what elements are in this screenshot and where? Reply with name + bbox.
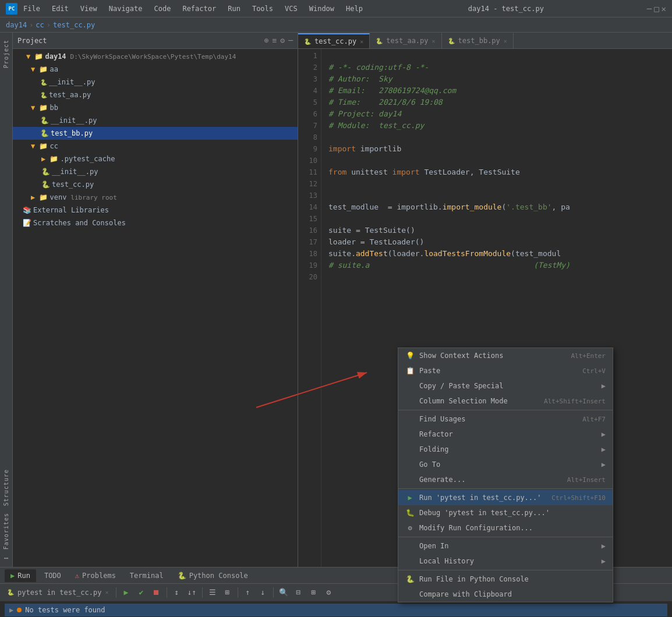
menu-run[interactable]: Run bbox=[225, 3, 243, 14]
close-button[interactable]: ✕ bbox=[662, 4, 666, 13]
ctx-folding[interactable]: Folding ▶ bbox=[398, 442, 613, 457]
menu-window[interactable]: Window bbox=[307, 3, 337, 14]
run-play-button[interactable]: ▶ bbox=[120, 586, 133, 599]
project-sidebar-toggle[interactable]: Project bbox=[2, 37, 10, 70]
menu-edit[interactable]: Edit bbox=[49, 3, 71, 14]
tree-folder-pytest-cache[interactable]: ▶ 📁 .pytest_cache bbox=[13, 153, 298, 165]
ctx-show-context-actions[interactable]: 💡 Show Context Actions Alt+Enter bbox=[398, 348, 613, 363]
tree-file-test-aa[interactable]: 🐍 test_aa.py bbox=[13, 88, 298, 101]
locate-icon[interactable]: ⊕ bbox=[264, 36, 269, 45]
ctx-generate[interactable]: Generate... Alt+Insert bbox=[398, 472, 613, 487]
run-close-icon[interactable]: ✕ bbox=[105, 589, 109, 595]
run-up-button[interactable]: ↑ bbox=[242, 586, 254, 599]
venv-icon: ▶ 📁 bbox=[31, 193, 48, 201]
ctx-find-usages[interactable]: Find Usages Alt+F7 bbox=[398, 412, 613, 427]
favorites-sidebar-toggle[interactable]: Favorites bbox=[2, 510, 10, 552]
tab-close-bb[interactable]: ✕ bbox=[504, 38, 507, 44]
run-collapse-button[interactable]: ⊟ bbox=[292, 586, 305, 599]
folder-icon: ▼ 📁 bbox=[26, 52, 43, 61]
ctx-compare-clipboard[interactable]: Compare with Clipboard bbox=[398, 587, 613, 602]
ext-lib-label: External Libraries bbox=[33, 206, 109, 214]
status-dot bbox=[17, 608, 22, 612]
menu-navigate[interactable]: Navigate bbox=[107, 3, 145, 14]
run-sort-desc-button[interactable]: ↓↑ bbox=[186, 586, 199, 599]
menu-help[interactable]: Help bbox=[344, 3, 365, 14]
ctx-modify-run[interactable]: ⚙ Modify Run Configuration... bbox=[398, 520, 613, 536]
menu-tools[interactable]: Tools bbox=[250, 3, 275, 14]
settings-icon[interactable]: ⚙ bbox=[280, 36, 285, 45]
bottom-tab-terminal[interactable]: Terminal bbox=[124, 569, 169, 582]
ctx-run-in-console[interactable]: 🐍 Run File in Python Console bbox=[398, 572, 613, 587]
pytest-cache-label: .pytest_cache bbox=[60, 155, 115, 163]
run-expand-button[interactable]: ⊞ bbox=[307, 586, 320, 599]
bottom-tab-python-console[interactable]: 🐍 Python Console bbox=[172, 569, 254, 582]
maximize-button[interactable]: □ bbox=[654, 4, 659, 13]
menu-refactor[interactable]: Refactor bbox=[180, 3, 218, 14]
ctx-refactor[interactable]: Refactor ▶ bbox=[398, 427, 613, 442]
ctx-sep1 bbox=[398, 410, 613, 410]
tree-file-test-bb[interactable]: 🐍 test_bb.py bbox=[13, 127, 298, 140]
run-down-button[interactable]: ↓ bbox=[257, 586, 270, 599]
run-tab-label: Run bbox=[17, 572, 30, 580]
tree-folder-aa[interactable]: ▼ 📁 aa bbox=[13, 63, 298, 76]
ext-lib-icon: 📚 bbox=[23, 206, 31, 214]
more-tools-toggle[interactable]: ⋯ bbox=[4, 554, 8, 562]
bottom-tab-run[interactable]: ▶ Run bbox=[5, 569, 36, 582]
structure-sidebar-toggle[interactable]: Structure bbox=[2, 467, 10, 508]
ctx-run-pytest[interactable]: ▶ Run 'pytest in test_cc.py...' Ctrl+Shi… bbox=[398, 490, 613, 505]
run-zoom-button[interactable]: 🔍 bbox=[277, 586, 290, 599]
run-stop-button[interactable]: ⏹ bbox=[150, 586, 163, 599]
tab-label-aa: test_aa.py bbox=[386, 37, 428, 45]
menu-code[interactable]: Code bbox=[152, 3, 174, 14]
collapse-all-icon[interactable]: ≡ bbox=[273, 36, 277, 45]
ctx-label-goto: Go To bbox=[419, 460, 440, 469]
ctx-arrow-folding: ▶ bbox=[602, 445, 606, 453]
minimize-panel-icon[interactable]: ─ bbox=[288, 36, 293, 45]
tree-file-init-cc[interactable]: 🐍 __init__.py bbox=[13, 165, 298, 178]
run-settings-button[interactable]: ⚙ bbox=[323, 586, 335, 599]
ctx-local-history[interactable]: Local History ▶ bbox=[398, 554, 613, 569]
tab-close-aa[interactable]: ✕ bbox=[432, 38, 436, 44]
run-list-view-button[interactable]: ☰ bbox=[206, 586, 219, 599]
breadcrumb-sep1: › bbox=[29, 21, 33, 29]
ctx-label-paste: Paste bbox=[419, 367, 440, 375]
ctx-label-open-in: Open In bbox=[419, 542, 449, 550]
run-sort-asc-button[interactable]: ↕ bbox=[171, 586, 183, 599]
expand-row-icon[interactable]: ▶ bbox=[9, 606, 13, 614]
bottom-tab-todo[interactable]: TODO bbox=[38, 569, 67, 582]
ctx-debug-pytest[interactable]: 🐛 Debug 'pytest in test_cc.py...' bbox=[398, 505, 613, 520]
tree-scratches[interactable]: 📝 Scratches and Consoles bbox=[13, 217, 298, 229]
ctx-open-in[interactable]: Open In ▶ bbox=[398, 538, 613, 554]
ctx-copy-paste-special[interactable]: Copy / Paste Special ▶ bbox=[398, 378, 613, 393]
tree-root-day14[interactable]: ▼ 📁 day14 D:\SkyWorkSpace\WorkSpace\Pyte… bbox=[13, 50, 298, 63]
minimize-button[interactable]: ─ bbox=[647, 4, 652, 13]
tree-folder-bb[interactable]: ▼ 📁 bb bbox=[13, 101, 298, 114]
bottom-tab-problems[interactable]: ⚠ Problems bbox=[69, 569, 122, 582]
ctx-goto[interactable]: Go To ▶ bbox=[398, 457, 613, 472]
tree-external-libraries[interactable]: 📚 External Libraries bbox=[13, 204, 298, 217]
tree-folder-cc[interactable]: ▼ 📁 cc bbox=[13, 140, 298, 153]
menu-file[interactable]: File bbox=[21, 3, 43, 14]
breadcrumb-file[interactable]: test_cc.py bbox=[53, 21, 95, 29]
tab-test-cc[interactable]: 🐍 test_cc.py ✕ bbox=[298, 33, 370, 48]
ctx-label-run-console: Run File in Python Console bbox=[419, 575, 529, 583]
tab-test-aa[interactable]: 🐍 test_aa.py ✕ bbox=[370, 33, 441, 48]
problems-icon: ⚠ bbox=[75, 572, 79, 580]
ctx-column-selection[interactable]: Column Selection Mode Alt+Shift+Insert bbox=[398, 393, 613, 409]
line-numbers: 12345 678910 1112131415 1617181920 bbox=[298, 49, 321, 567]
run-compact-button[interactable]: ⊞ bbox=[221, 586, 234, 599]
run-output: ▶ No tests were found Proce... Empty bbox=[0, 601, 672, 617]
run-check-button[interactable]: ✔ bbox=[135, 586, 148, 599]
tree-folder-venv[interactable]: ▶ 📁 venv library root bbox=[13, 191, 298, 204]
menu-vcs[interactable]: VCS bbox=[282, 3, 300, 14]
tree-file-test-cc[interactable]: 🐍 test_cc.py bbox=[13, 178, 298, 191]
tree-file-init-aa[interactable]: 🐍 __init__.py bbox=[13, 76, 298, 88]
tree-file-init-bb[interactable]: 🐍 __init__.py bbox=[13, 114, 298, 127]
menu-view[interactable]: View bbox=[78, 3, 100, 14]
ctx-paste[interactable]: 📋 Paste Ctrl+V bbox=[398, 363, 613, 378]
tab-test-bb[interactable]: 🐍 test_bb.py ✕ bbox=[442, 33, 514, 48]
breadcrumb-day14[interactable]: day14 bbox=[6, 21, 27, 29]
tab-close-cc[interactable]: ✕ bbox=[360, 38, 363, 45]
python-console-label: Python Console bbox=[189, 572, 248, 580]
breadcrumb-cc[interactable]: cc bbox=[36, 21, 44, 29]
